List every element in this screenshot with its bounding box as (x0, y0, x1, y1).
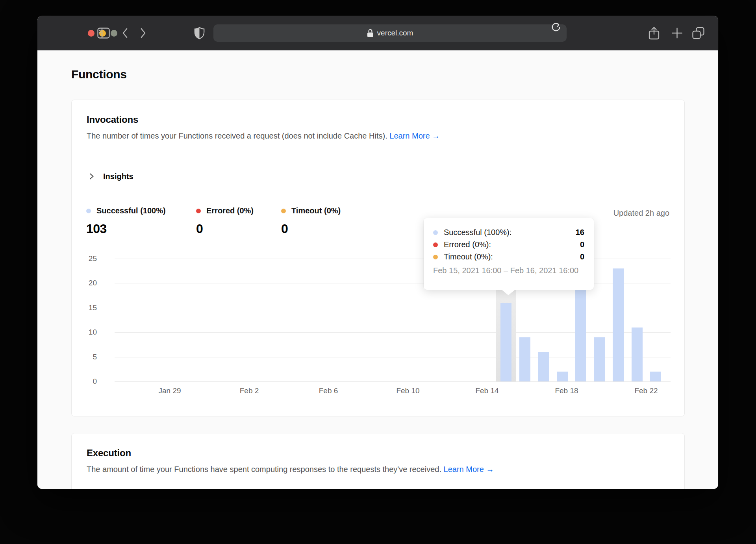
close-window-button[interactable] (88, 30, 94, 37)
address-bar[interactable]: vercel.com (213, 24, 567, 42)
tooltip-row: Successful (100%): 16 (433, 226, 584, 239)
invocations-bar-feb-20[interactable] (594, 337, 605, 381)
gridline (115, 308, 671, 308)
chart-tooltip: Successful (100%): 16 Errored (0%): 0 Ti… (424, 218, 594, 290)
invocations-header: Invocations The number of times your Fun… (72, 100, 684, 141)
tooltip-row: Timeout (0%): 0 (433, 251, 584, 263)
y-axis-tick-label: 10 (72, 328, 97, 337)
execution-header: Execution The amount of time your Functi… (72, 433, 684, 474)
execution-title: Execution (87, 448, 669, 459)
zoom-window-button[interactable] (111, 30, 117, 37)
gridline (115, 332, 671, 333)
invocations-card: Invocations The number of times your Fun… (71, 100, 685, 416)
insights-row[interactable]: Insights (72, 160, 684, 193)
sidebar-toggle-icon[interactable] (97, 28, 110, 39)
invocations-bar-feb-15[interactable] (500, 303, 511, 381)
x-axis-tick-label: Feb 22 (634, 387, 658, 395)
tooltip-label: Successful (100%): (444, 228, 511, 237)
x-axis-tick-label: Feb 2 (240, 387, 259, 395)
timeout-dot-icon (433, 255, 438, 259)
invocations-title: Invocations (87, 114, 669, 125)
page-content: Functions Invocations The number of time… (37, 50, 718, 489)
invocations-description-text: The number of times your Functions recei… (87, 131, 387, 140)
successful-dot-icon (433, 230, 438, 235)
tooltip-label: Errored (0%): (444, 240, 491, 249)
tooltip-value: 16 (576, 228, 584, 237)
tab-overview-icon[interactable] (692, 27, 704, 39)
tooltip-value: 0 (580, 240, 584, 249)
privacy-shield-icon[interactable] (194, 27, 205, 39)
tooltip-date-range: Feb 15, 2021 16:00 – Feb 16, 2021 16:00 (433, 266, 584, 275)
x-axis-tick-label: Feb 14 (475, 387, 498, 395)
errored-dot-icon (433, 242, 438, 247)
invocations-bar-feb-19[interactable] (575, 288, 586, 381)
invocations-learn-more-link[interactable]: Learn More → (389, 131, 440, 140)
secure-lock-icon (367, 29, 374, 37)
x-axis-tick-label: Feb 18 (555, 387, 578, 395)
y-axis-tick-label: 20 (72, 279, 97, 287)
execution-learn-more-link[interactable]: Learn More → (444, 465, 494, 474)
invocations-bar-feb-23[interactable] (650, 372, 661, 381)
browser-titlebar: vercel.com (37, 16, 718, 50)
invocations-description: The number of times your Functions recei… (87, 131, 669, 141)
share-icon[interactable] (649, 26, 660, 40)
back-icon[interactable] (122, 28, 128, 39)
x-axis-tick-label: Jan 29 (158, 387, 181, 395)
execution-card: Execution The amount of time your Functi… (71, 433, 685, 489)
execution-description-text: The amount of time your Functions have s… (87, 465, 441, 474)
insights-label: Insights (103, 172, 133, 181)
forward-icon[interactable] (140, 28, 146, 39)
y-axis-tick-label: 25 (72, 254, 97, 263)
invocations-bar-feb-22[interactable] (632, 328, 643, 381)
tooltip-label: Timeout (0%): (444, 252, 493, 261)
browser-window: vercel.com (37, 16, 718, 489)
invocations-bar-feb-16[interactable] (519, 337, 530, 381)
invocations-bar-feb-21[interactable] (613, 268, 624, 381)
x-axis-tick-label: Feb 10 (396, 387, 419, 395)
invocations-bar-feb-17[interactable] (538, 352, 549, 381)
execution-description: The amount of time your Functions have s… (87, 465, 669, 474)
invocations-bar-feb-18[interactable] (557, 372, 568, 381)
page-title: Functions (71, 68, 127, 81)
x-axis-tick-label: Feb 6 (319, 387, 338, 395)
reload-icon[interactable] (550, 21, 562, 33)
new-tab-icon[interactable] (672, 28, 682, 39)
y-axis-tick-label: 15 (72, 303, 97, 312)
gridline (115, 381, 671, 382)
y-axis-tick-label: 0 (72, 377, 97, 386)
tooltip-row: Errored (0%): 0 (433, 239, 584, 251)
tooltip-value: 0 (580, 252, 584, 261)
gridline (115, 357, 671, 357)
url-text: vercel.com (377, 29, 413, 37)
chevron-right-icon (87, 172, 95, 180)
y-axis-tick-label: 5 (72, 353, 97, 361)
tooltip-arrow (502, 290, 515, 295)
invocations-chart-section: Successful (100%) 103 Errored (0%) 0 Tim… (72, 193, 684, 416)
